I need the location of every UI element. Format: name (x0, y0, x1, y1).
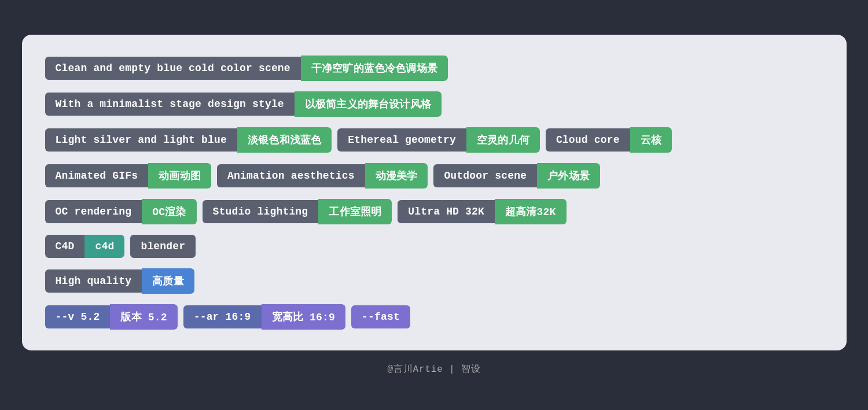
tag-en-animated-gifs: Animated GIFs (45, 164, 149, 187)
tag-en-ultra-hd: Ultra HD 32K (398, 200, 495, 223)
footer-credit: @言川Artie | 智设 (388, 363, 481, 375)
row-1: Clean and empty blue cold color scene 干净… (45, 56, 823, 81)
tag-en-studio-lighting: Studio lighting (203, 200, 319, 223)
tag-en-clean-scene: Clean and empty blue cold color scene (45, 57, 301, 80)
row-2: With a minimalist stage design style 以极简… (45, 91, 823, 117)
tag-en-c4d: C4D (45, 235, 85, 258)
tag-cn-version: 版本 5.2 (110, 304, 177, 330)
row-3: Light silver and light blue 淡银色和浅蓝色 Ethe… (45, 127, 823, 153)
tag-ethereal-geometry[interactable]: Ethereal geometry 空灵的几何 (337, 127, 540, 153)
tag-en-ethereal-geometry: Ethereal geometry (337, 128, 466, 152)
tag-aspect-ratio[interactable]: --ar 16:9 宽高比 16:9 (183, 304, 345, 330)
tag-cn-aspect-ratio: 宽高比 16:9 (262, 304, 345, 330)
tag-en-light-silver: Light silver and light blue (45, 128, 238, 152)
tag-cn-clean-scene: 干净空旷的蓝色冷色调场景 (301, 56, 448, 81)
tag-oc-rendering[interactable]: OC rendering OC渲染 (45, 199, 197, 224)
tag-cloud-core[interactable]: Cloud core 云核 (546, 127, 672, 153)
tag-cn-minimalist-stage: 以极简主义的舞台设计风格 (295, 91, 442, 117)
tag-blender[interactable]: blender (130, 235, 196, 258)
tag-high-quality[interactable]: High quality 高质量 (45, 268, 194, 294)
tag-fast[interactable]: --fast (351, 305, 410, 328)
tag-cn-light-silver: 淡银色和浅蓝色 (237, 127, 332, 153)
row-7: High quality 高质量 (45, 268, 823, 294)
tag-en-animation-aesthetics: Animation aesthetics (217, 164, 365, 187)
tag-en-cloud-core: Cloud core (546, 128, 630, 152)
tag-cn-c4d: c4d (84, 235, 124, 258)
tag-cn-animation-aesthetics: 动漫美学 (365, 163, 428, 189)
tag-minimalist-stage[interactable]: With a minimalist stage design style 以极简… (45, 91, 442, 117)
tag-version[interactable]: --v 5.2 版本 5.2 (45, 304, 178, 330)
tag-light-silver[interactable]: Light silver and light blue 淡银色和浅蓝色 (45, 127, 332, 153)
row-5: OC rendering OC渲染 Studio lighting 工作室照明 … (45, 199, 823, 224)
tag-cn-cloud-core: 云核 (630, 127, 672, 153)
tag-en-aspect-ratio: --ar 16:9 (183, 305, 262, 328)
tag-cn-ethereal-geometry: 空灵的几何 (466, 127, 540, 153)
tag-c4d[interactable]: C4D c4d (45, 235, 125, 258)
tag-en-outdoor-scene: Outdoor scene (433, 164, 537, 187)
tag-ultra-hd[interactable]: Ultra HD 32K 超高清32K (398, 199, 566, 224)
tag-cn-ultra-hd: 超高清32K (495, 199, 567, 224)
tag-en-high-quality: High quality (45, 269, 142, 293)
tag-en-oc-rendering: OC rendering (45, 200, 142, 223)
row-4: Animated GIFs 动画动图 Animation aesthetics … (45, 163, 823, 189)
tag-en-minimalist-stage: With a minimalist stage design style (45, 93, 295, 116)
tag-cn-studio-lighting: 工作室照明 (318, 199, 392, 224)
tag-outdoor-scene[interactable]: Outdoor scene 户外场景 (433, 163, 600, 189)
tag-cn-oc-rendering: OC渲染 (142, 199, 196, 224)
tag-cn-outdoor-scene: 户外场景 (537, 163, 600, 189)
tag-animated-gifs[interactable]: Animated GIFs 动画动图 (45, 163, 212, 189)
tag-cn-animated-gifs: 动画动图 (148, 163, 211, 189)
tag-cn-high-quality: 高质量 (142, 268, 194, 294)
tag-studio-lighting[interactable]: Studio lighting 工作室照明 (203, 199, 392, 224)
tag-clean-scene[interactable]: Clean and empty blue cold color scene 干净… (45, 56, 448, 81)
main-card: Clean and empty blue cold color scene 干净… (22, 35, 847, 350)
tag-animation-aesthetics[interactable]: Animation aesthetics 动漫美学 (217, 163, 428, 189)
tag-en-version: --v 5.2 (45, 305, 111, 328)
row-6: C4D c4d blender (45, 235, 823, 258)
row-8: --v 5.2 版本 5.2 --ar 16:9 宽高比 16:9 --fast (45, 304, 823, 330)
